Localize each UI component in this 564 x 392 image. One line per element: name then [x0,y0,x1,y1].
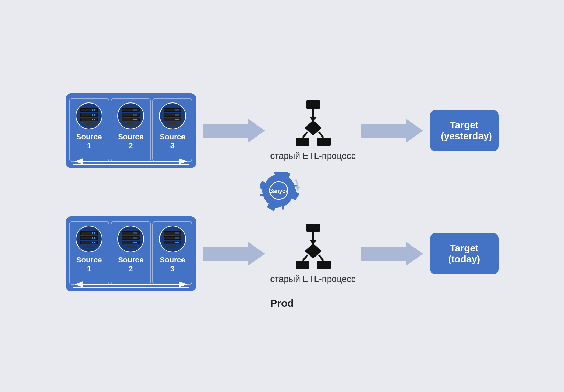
svg-marker-55 [361,119,423,143]
svg-point-97 [175,237,177,239]
svg-rect-14 [83,124,95,125]
svg-point-101 [175,242,177,243]
svg-line-110 [303,255,307,261]
svg-point-3 [94,109,95,111]
server-icon-1-bottom [75,225,103,253]
svg-rect-87 [127,245,134,247]
svg-point-70 [94,242,95,243]
source-group-arrow-bottom [71,281,191,288]
target-label-top: Target(yesterday) [441,120,492,141]
svg-marker-114 [361,242,423,266]
etl-area-bottom: старый ETL-процесс [279,224,347,284]
gear-icon: Запуск [260,172,305,216]
bottom-row: Source1 [0,216,564,291]
source-label-2-top: Source2 [118,132,144,150]
svg-rect-88 [124,247,137,248]
svg-rect-47 [306,100,320,109]
svg-rect-106 [306,224,320,232]
svg-point-77 [135,232,137,234]
svg-point-22 [135,114,137,116]
svg-point-78 [133,232,135,234]
svg-point-66 [94,237,95,239]
top-row: Source1 [0,93,564,168]
svg-point-8 [92,114,93,116]
server-icon-3-top [159,102,186,130]
svg-line-52 [319,132,323,138]
svg-point-4 [92,109,93,111]
svg-point-93 [175,232,177,234]
source-card-2-bottom: Source2 [111,221,151,285]
svg-point-92 [177,232,179,234]
svg-point-82 [133,237,135,239]
svg-point-42 [175,119,177,120]
svg-point-100 [177,242,179,243]
svg-rect-44 [166,124,179,125]
svg-point-67 [92,237,93,239]
svg-rect-73 [83,247,95,248]
arrow-sources-to-etl-top [203,119,265,143]
svg-point-27 [133,119,135,120]
source-label-1-bottom: Source1 [76,255,102,273]
etl-icon-bottom [291,224,335,272]
etl-area-top: старый ETL-процесс [279,100,347,161]
svg-rect-28 [127,122,134,124]
svg-point-23 [133,114,135,116]
svg-point-41 [177,119,179,120]
svg-rect-53 [296,138,309,146]
source-label-3-bottom: Source3 [160,255,186,273]
source-card-3-top: Source3 [152,98,192,162]
etl-icon-top [291,100,335,149]
svg-point-81 [135,237,137,239]
svg-point-18 [135,109,137,111]
source-label-3-top: Source3 [160,132,186,150]
source-group-bottom: Source1 [66,216,196,291]
etl-label-bottom: старый ETL-процесс [270,274,355,284]
arrow-etl-to-target-top [361,119,423,143]
server-icon-2-top [117,102,144,130]
target-box-bottom: Target(today) [430,233,499,274]
svg-marker-46 [203,119,265,143]
svg-marker-58 [295,186,300,190]
svg-rect-29 [124,124,137,125]
svg-marker-105 [203,242,265,266]
source-label-1-top: Source1 [76,132,102,150]
svg-point-62 [94,232,95,234]
svg-point-19 [133,109,135,111]
svg-rect-72 [86,245,92,247]
source-card-1-top: Source1 [69,98,109,162]
svg-point-11 [94,119,95,120]
svg-rect-43 [169,122,176,124]
prod-label: Prod [270,297,294,309]
server-icon-2-bottom [117,225,144,253]
gear-container: Запуск [260,172,305,216]
svg-rect-102 [169,245,176,247]
svg-point-38 [175,114,177,116]
etl-label-top: старый ETL-процесс [270,151,355,161]
svg-point-34 [175,109,177,111]
svg-line-51 [303,132,307,138]
svg-point-85 [135,242,137,243]
source-card-3-bottom: Source3 [152,221,192,285]
svg-point-37 [177,114,179,116]
svg-point-7 [94,114,95,116]
svg-point-96 [177,237,179,239]
arrow-sources-to-etl-bottom [203,242,265,266]
svg-point-71 [92,242,93,243]
source-label-2-bottom: Source2 [118,255,144,273]
svg-point-63 [92,232,93,234]
svg-point-86 [133,242,135,243]
target-box-top: Target(yesterday) [430,110,499,151]
svg-rect-103 [166,247,179,248]
svg-rect-112 [296,261,309,269]
middle-gear-section: Запуск [0,172,564,216]
svg-rect-54 [317,138,331,146]
target-label-bottom: Target(today) [448,243,480,264]
arrow-etl-to-target-bottom [361,242,423,266]
svg-rect-113 [317,261,331,269]
svg-point-12 [92,119,93,120]
svg-point-26 [135,119,137,120]
source-card-1-bottom: Source1 [69,221,109,285]
source-group-arrow-top [71,158,191,165]
svg-rect-13 [86,122,92,124]
main-diagram: Source1 [0,0,564,392]
